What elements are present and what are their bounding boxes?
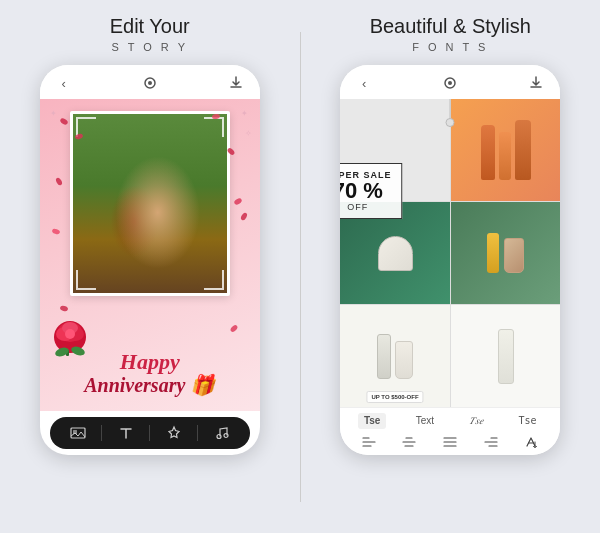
cream-tube — [377, 334, 391, 379]
back-icon-left[interactable]: ‹ — [54, 73, 74, 93]
grid-cell-4 — [451, 202, 561, 304]
sparkle-1: ✦ — [50, 109, 57, 118]
preview-icon-right[interactable] — [440, 73, 460, 93]
svg-point-13 — [217, 435, 221, 439]
download-icon-left[interactable] — [226, 73, 246, 93]
right-products-content: UP TO $500-OFF SUPER SALE 70 % OFF — [340, 99, 560, 407]
off-text: OFF — [340, 202, 391, 212]
svg-point-1 — [148, 81, 152, 85]
left-phone-toolbar — [50, 417, 250, 449]
happy-text: Happy — [40, 350, 260, 374]
left-title: Edit Your — [110, 14, 190, 38]
left-phone-frame: ‹ — [40, 65, 260, 455]
sticker-tool-icon[interactable] — [166, 425, 182, 441]
super-sale-box: SUPER SALE 70 % OFF — [340, 163, 402, 219]
right-phone-frame: ‹ — [340, 65, 560, 455]
font-tab-2[interactable]: Text — [410, 413, 440, 429]
product-bottle-2 — [499, 132, 511, 180]
discount-badge: UP TO $500-OFF — [366, 391, 423, 403]
perfume-product — [504, 238, 524, 273]
left-subtitle: S T O R Y — [111, 41, 188, 53]
anniversary-text-block: Happy Anniversary 🎁 — [40, 350, 260, 396]
grid-cell-2 — [451, 99, 561, 201]
text-tool-icon[interactable] — [118, 425, 134, 441]
svg-point-16 — [448, 81, 452, 85]
align-justify-icon[interactable] — [443, 436, 457, 451]
align-right-icon[interactable] — [484, 436, 498, 451]
grid-cell-6 — [451, 305, 561, 407]
sale-percent: 70 % — [340, 180, 391, 202]
font-size-icon[interactable] — [525, 436, 539, 451]
download-icon-right[interactable] — [526, 73, 546, 93]
frame-corner-tl — [76, 117, 96, 137]
music-tool-icon[interactable] — [214, 425, 230, 441]
orange-products — [473, 112, 539, 188]
toolbar-divider-3 — [197, 425, 198, 441]
align-left-icon[interactable] — [362, 436, 376, 451]
white-products — [369, 329, 421, 384]
image-tool-icon[interactable] — [70, 425, 86, 441]
font-tab-4[interactable]: Tse — [513, 413, 543, 429]
left-panel: Edit Your S T O R Y ‹ — [0, 0, 300, 533]
left-card-content: ✦ ✦ ✧ Happy — [40, 99, 260, 411]
frame-corner-tr — [204, 117, 224, 137]
font-tab-3[interactable]: 𝑇𝑠𝑒 — [463, 413, 489, 429]
cream-bottle — [395, 341, 413, 379]
right-subtitle: F O N T S — [412, 41, 488, 53]
preview-icon-left[interactable] — [140, 73, 160, 93]
white-product-tube — [498, 329, 514, 384]
align-center-icon[interactable] — [402, 436, 416, 451]
tube-product — [487, 233, 499, 273]
toolbar-divider-1 — [101, 425, 102, 441]
couple-photo — [73, 114, 227, 293]
frame-corner-br — [204, 270, 224, 290]
anniversary-script: Anniversary 🎁 — [40, 374, 260, 396]
frame-corner-bl — [76, 270, 96, 290]
right-phone-topbar: ‹ — [340, 65, 560, 99]
product-bottle-3 — [515, 120, 531, 180]
right-title: Beautiful & Stylish — [370, 14, 531, 38]
gift-emoji: 🎁 — [185, 374, 215, 396]
font-toolbar-bottom — [348, 434, 552, 451]
white-tube — [498, 305, 514, 407]
right-panel: Beautiful & Stylish F O N T S ‹ — [301, 0, 601, 533]
hanging-ornament — [446, 118, 455, 127]
hanging-wire — [450, 99, 451, 127]
grid-cell-5: UP TO $500-OFF — [340, 305, 450, 407]
sparkle-3: ✧ — [245, 129, 252, 138]
font-toolbar: Tse Text 𝑇𝑠𝑒 Tse — [340, 407, 560, 455]
svg-point-14 — [224, 434, 228, 438]
left-phone-topbar: ‹ — [40, 65, 260, 99]
toolbar-divider-2 — [149, 425, 150, 441]
photo-frame — [70, 111, 230, 296]
font-tabs: Tse Text 𝑇𝑠𝑒 Tse — [348, 413, 552, 429]
natural-products — [479, 228, 532, 278]
font-tab-1[interactable]: Tse — [358, 413, 387, 429]
svg-point-7 — [65, 329, 75, 339]
products-grid: UP TO $500-OFF — [340, 99, 560, 407]
sparkle-2: ✦ — [241, 109, 248, 118]
lotion-jar — [378, 236, 413, 271]
back-icon-right[interactable]: ‹ — [354, 73, 374, 93]
product-bottle-1 — [481, 125, 495, 180]
